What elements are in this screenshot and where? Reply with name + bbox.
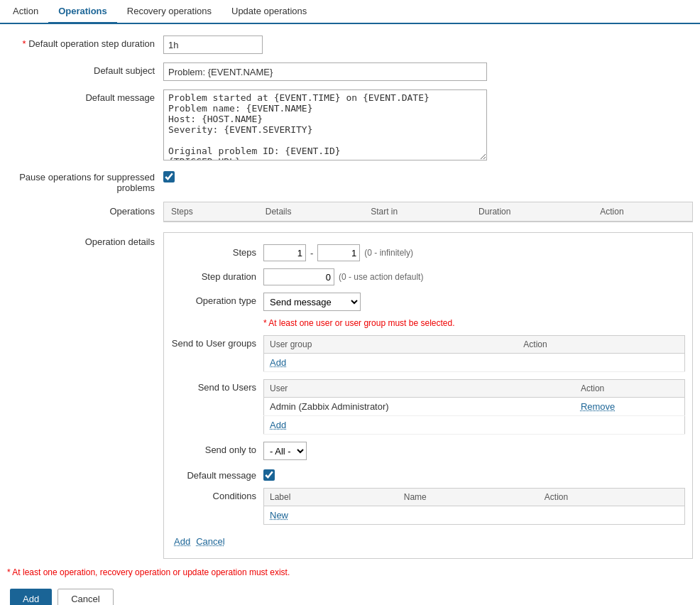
error-msg-row: * At least one user or user group must b… xyxy=(171,318,685,328)
default-message-label: Default message xyxy=(7,89,163,103)
tab-operations[interactable]: Operations xyxy=(48,0,117,24)
user-name-admin: Admin (Zabbix Administrator) xyxy=(264,398,575,416)
user-row-admin: Admin (Zabbix Administrator) Remove xyxy=(264,398,685,416)
def-msg-row: Default message xyxy=(171,467,685,481)
operations-label: Operations xyxy=(7,202,163,217)
send-only-label: Send only to xyxy=(171,442,263,455)
send-only-select[interactable]: - All - xyxy=(263,442,307,460)
op-add-button[interactable]: Add xyxy=(174,536,190,547)
user-groups-row: Send to User groups User group Action xyxy=(171,335,685,372)
default-message-row: Default message xyxy=(7,89,693,160)
add-user-button[interactable]: Add xyxy=(270,420,286,430)
cond-new-row: New xyxy=(264,506,685,525)
steps-separator: - xyxy=(310,248,313,258)
conditions-table: Label Name Action New xyxy=(263,488,685,525)
users-row: Send to Users User Action Admin (Zabbix … xyxy=(171,379,685,435)
send-only-val: - All - xyxy=(263,442,307,460)
u-add-row: Add xyxy=(264,416,685,435)
tab-recovery-operations[interactable]: Recovery operations xyxy=(117,0,222,24)
user-groups-label: Send to User groups xyxy=(171,335,263,349)
col-action: Action xyxy=(593,202,692,222)
u-col-user: User xyxy=(264,380,575,398)
default-subject-label: Default subject xyxy=(7,62,163,76)
steps-hint: (0 - infinitely) xyxy=(364,248,413,258)
default-message-textarea[interactable] xyxy=(163,89,487,160)
pause-ops-checkbox[interactable] xyxy=(163,171,175,182)
cond-col-name: Name xyxy=(398,489,539,506)
remove-user-admin-button[interactable]: Remove xyxy=(581,401,615,412)
cond-col-label: Label xyxy=(264,489,398,506)
cancel-button[interactable]: Cancel xyxy=(58,589,113,605)
pause-ops-label: Pause operations for suppressed problems xyxy=(7,169,163,193)
op-cancel-button[interactable]: Cancel xyxy=(196,536,224,547)
users-content: User Action Admin (Zabbix Administrator)… xyxy=(263,379,685,435)
add-button[interactable]: Add xyxy=(10,589,52,605)
bottom-warning: * At least one operation, recovery opera… xyxy=(7,567,693,577)
ug-col-group: User group xyxy=(264,336,518,354)
step-dur-hint: (0 - use action default) xyxy=(339,272,423,282)
bottom-actions: Add Cancel xyxy=(7,589,693,605)
def-msg-checkbox-wrap xyxy=(263,467,275,481)
steps-from-input[interactable] xyxy=(263,244,306,261)
conditions-content: Label Name Action New xyxy=(263,488,685,525)
default-subject-input[interactable] xyxy=(163,62,487,81)
new-condition-button[interactable]: New xyxy=(270,510,288,520)
ug-col-action: Action xyxy=(518,336,684,354)
users-label: Send to Users xyxy=(171,379,263,393)
cond-col-action: Action xyxy=(539,489,685,506)
pause-ops-row: Pause operations for suppressed problems xyxy=(7,169,693,193)
default-message-checkbox[interactable] xyxy=(263,469,275,481)
step-duration-label: Default operation step duration xyxy=(7,36,163,49)
user-groups-content: User group Action Add xyxy=(263,335,685,372)
default-subject-row: Default subject xyxy=(7,62,693,81)
pause-ops-checkbox-wrap xyxy=(163,169,175,182)
users-table: User Action Admin (Zabbix Administrator)… xyxy=(263,379,685,435)
col-start-in: Start in xyxy=(363,202,471,222)
op-type-label: Operation type xyxy=(171,293,263,306)
op-details-box: Steps - (0 - infinitely) Step duration (… xyxy=(163,232,693,559)
step-dur-row: Step duration (0 - use action default) xyxy=(171,268,685,285)
conditions-row: Conditions Label Name Action xyxy=(171,488,685,525)
op-details-row: Operation details Steps - (0 - infinitel… xyxy=(7,232,693,559)
col-duration: Duration xyxy=(471,202,593,222)
ug-add-row: Add xyxy=(264,354,685,372)
def-msg-label: Default message xyxy=(171,467,263,481)
add-user-group-button[interactable]: Add xyxy=(270,357,286,368)
tab-update-operations[interactable]: Update operations xyxy=(222,0,317,24)
step-duration-field[interactable] xyxy=(263,268,334,285)
steps-to-input[interactable] xyxy=(317,244,360,261)
col-steps: Steps xyxy=(164,202,258,222)
operations-row: Operations Steps Details Start in Durati… xyxy=(7,202,693,222)
steps-val: - (0 - infinitely) xyxy=(263,244,413,261)
u-col-action: Action xyxy=(575,380,685,398)
op-detail-actions: Add Cancel xyxy=(171,532,685,547)
user-groups-table: User group Action Add xyxy=(263,335,685,372)
step-dur-val: (0 - use action default) xyxy=(263,268,423,285)
op-type-val: Send message Remote command xyxy=(263,293,361,311)
error-message: * At least one user or user group must b… xyxy=(263,318,454,328)
tab-action[interactable]: Action xyxy=(3,0,48,24)
main-content: Default operation step duration Default … xyxy=(0,24,700,605)
send-only-row: Send only to - All - xyxy=(171,442,685,460)
col-details: Details xyxy=(258,202,363,222)
operations-table: Steps Details Start in Duration Action xyxy=(164,202,692,222)
step-dur-label: Step duration xyxy=(171,268,263,282)
op-type-select[interactable]: Send message Remote command xyxy=(263,293,361,311)
step-duration-row: Default operation step duration xyxy=(7,36,693,54)
conditions-label: Conditions xyxy=(171,488,263,501)
steps-row: Steps - (0 - infinitely) xyxy=(171,244,685,261)
op-details-label: Operation details xyxy=(7,232,163,247)
op-type-row: Operation type Send message Remote comma… xyxy=(171,293,685,311)
step-duration-input[interactable] xyxy=(163,36,263,54)
steps-label: Steps xyxy=(171,244,263,258)
tab-bar: Action Operations Recovery operations Up… xyxy=(0,0,700,24)
operations-table-wrap: Steps Details Start in Duration Action xyxy=(163,202,693,222)
